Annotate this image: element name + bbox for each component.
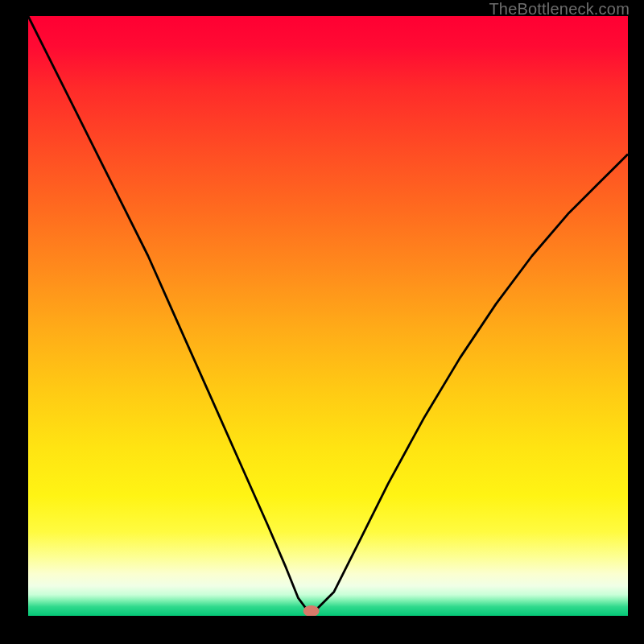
watermark-text: TheBottleneck.com <box>489 0 630 19</box>
chart-frame: TheBottleneck.com <box>0 0 644 644</box>
plot-area <box>28 16 628 616</box>
bottleneck-curve <box>28 16 628 610</box>
bottleneck-curve-svg <box>28 16 628 616</box>
